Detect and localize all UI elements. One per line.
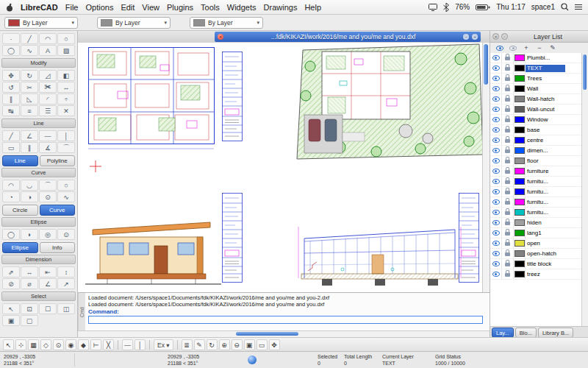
lengthen-tool-icon[interactable]: ↔ <box>57 82 75 93</box>
layer-lock-cell[interactable] <box>502 238 514 248</box>
freehand-tool-icon[interactable]: ∿ <box>57 191 75 202</box>
combo-pen-width[interactable]: By Layer▾ <box>97 17 171 29</box>
layer-color-cell[interactable] <box>514 63 526 73</box>
circle-center-tool-icon[interactable]: ○ <box>57 180 75 191</box>
show-all-layers-icon[interactable] <box>496 46 503 51</box>
ellipse-axis-tool-icon[interactable]: ◯ <box>2 229 20 240</box>
line-bisector-tool-icon[interactable]: ∡ <box>39 142 57 153</box>
point-tool-icon[interactable]: · <box>2 33 20 44</box>
line-2points-tool-icon[interactable]: ╱ <box>2 130 20 141</box>
menubar-space-name[interactable]: space1 <box>531 3 555 11</box>
layer-row[interactable]: furnitu... <box>490 187 581 197</box>
layer-lock-cell[interactable] <box>502 63 514 73</box>
select-contour-tool-icon[interactable]: ◫ <box>57 303 75 314</box>
menu-app-name[interactable]: LibreCAD <box>21 3 58 12</box>
layer-color-cell[interactable] <box>514 74 526 83</box>
horizontal-scroll-thumb[interactable] <box>236 332 298 336</box>
layer-visible-cell[interactable] <box>490 146 502 155</box>
tab-polyline[interactable]: Polyline <box>40 155 76 166</box>
layer-visible-cell[interactable] <box>490 177 502 186</box>
window-close-icon[interactable]: ✕ <box>218 34 223 40</box>
ellipse-foci-tool-icon[interactable]: ◎ <box>39 229 57 240</box>
layer-lock-cell[interactable] <box>502 187 514 197</box>
arc-center-tool-icon[interactable]: ◠ <box>2 180 20 191</box>
menu-item-plugins[interactable]: Plugins <box>167 3 193 12</box>
layer-visible-cell[interactable] <box>490 218 502 227</box>
layer-lock-cell[interactable] <box>502 156 514 166</box>
layer-lock-cell[interactable] <box>502 74 514 83</box>
dock-tab-lay[interactable]: Lay... <box>492 328 514 338</box>
edit-layer-icon[interactable]: ✎ <box>549 44 556 52</box>
restrict-horizontal-icon[interactable]: — <box>122 339 133 350</box>
snap-grid-icon[interactable]: ▦ <box>28 339 39 350</box>
combo-pen-linetype[interactable]: By Layer▾ <box>190 17 263 29</box>
divide-tool-icon[interactable]: ÷ <box>57 93 75 105</box>
layer-color-cell[interactable] <box>514 238 526 248</box>
layer-color-cell[interactable] <box>514 228 526 238</box>
layer-color-cell[interactable] <box>514 187 526 197</box>
layer-visible-cell[interactable] <box>490 187 502 197</box>
canvas-horizontal-scrollbar[interactable] <box>78 330 490 337</box>
attributes-tool-icon[interactable]: ☰ <box>39 105 57 116</box>
snap-center-icon[interactable]: ◉ <box>65 339 76 350</box>
snap-intersection-icon[interactable]: ╳ <box>103 339 114 350</box>
deselect-window-tool-icon[interactable]: ☐ <box>39 303 57 314</box>
layer-row[interactable]: Wall-uncut <box>490 105 581 115</box>
layer-color-cell[interactable] <box>514 125 526 135</box>
notification-center-icon[interactable] <box>575 4 582 10</box>
layer-lock-cell[interactable] <box>502 115 514 124</box>
layer-lock-cell[interactable] <box>502 166 514 176</box>
layer-lock-cell[interactable] <box>502 105 514 114</box>
ellipse-tool-icon[interactable]: ◯ <box>2 45 20 56</box>
layer-lock-cell[interactable] <box>502 135 514 145</box>
menu-item-help[interactable]: Help <box>304 3 321 12</box>
layer-color-cell[interactable] <box>514 135 526 145</box>
snap-endpoint-icon[interactable]: ◇ <box>40 339 51 350</box>
layer-row[interactable]: Wall-hatch <box>490 94 581 105</box>
layer-visible-cell[interactable] <box>490 125 502 135</box>
tab-curve[interactable]: Curve <box>40 205 76 216</box>
hide-all-layers-icon[interactable] <box>509 46 517 51</box>
layer-visible-cell[interactable] <box>490 135 502 145</box>
select-window-tool-icon[interactable]: ⊡ <box>21 303 38 314</box>
layer-visible-cell[interactable] <box>490 105 502 114</box>
layer-row[interactable]: furniture <box>490 166 581 177</box>
select-all-tool-icon[interactable]: ▣ <box>2 315 20 326</box>
layer-visible-cell[interactable] <box>490 53 502 63</box>
layer-row[interactable]: furnitu... <box>490 197 581 208</box>
line-tangent-tool-icon[interactable]: ⌒ <box>57 142 75 153</box>
circle-2points-tool-icon[interactable]: ◔ <box>2 191 20 202</box>
spotlight-search-icon[interactable] <box>561 3 569 11</box>
zoom-pan-icon[interactable]: ✥ <box>269 339 280 350</box>
dock-tab-blo[interactable]: Blo... <box>515 328 537 338</box>
layer-color-cell[interactable] <box>514 115 526 124</box>
layer-row[interactable]: base <box>490 125 581 135</box>
layer-row[interactable]: furnitu... <box>490 208 581 218</box>
line-horizontal-tool-icon[interactable]: — <box>39 130 57 141</box>
line-angle-tool-icon[interactable]: ∠ <box>21 130 38 141</box>
layer-row[interactable]: Trees <box>490 74 581 84</box>
arc-tangent-tool-icon[interactable]: ⌒ <box>39 180 57 191</box>
layer-visible-cell[interactable] <box>490 249 502 258</box>
vertical-scroll-thumb[interactable] <box>484 44 488 85</box>
line-parallel-tool-icon[interactable]: ∥ <box>21 142 38 153</box>
dim-radial-tool-icon[interactable]: ⊘ <box>2 278 20 289</box>
layer-lock-cell[interactable] <box>502 269 514 279</box>
line-rectangle-tool-icon[interactable]: ▭ <box>2 142 20 153</box>
layer-visible-cell[interactable] <box>490 228 502 238</box>
selection-pointer-icon[interactable]: ↖ <box>3 339 14 350</box>
combo-pen-color[interactable]: By Layer▾ <box>4 17 78 29</box>
tab-info[interactable]: Info <box>40 242 76 253</box>
layer-color-cell[interactable] <box>514 94 526 104</box>
tab-line[interactable]: Line <box>2 155 38 166</box>
menu-item-edit[interactable]: Edit <box>121 3 135 12</box>
zoom-auto-icon[interactable]: ▣ <box>244 339 255 350</box>
layer-visible-cell[interactable] <box>490 197 502 207</box>
stretch-tool-icon[interactable]: ↹ <box>2 105 20 116</box>
layer-scroll-thumb[interactable] <box>583 54 587 90</box>
layer-visible-cell[interactable] <box>490 259 502 269</box>
restrict-vertical-icon[interactable]: │ <box>135 339 146 350</box>
layer-row[interactable]: title block <box>490 259 581 269</box>
dim-horizontal-tool-icon[interactable]: ⇤ <box>39 266 57 277</box>
dim-vertical-tool-icon[interactable]: ↕ <box>57 266 75 277</box>
